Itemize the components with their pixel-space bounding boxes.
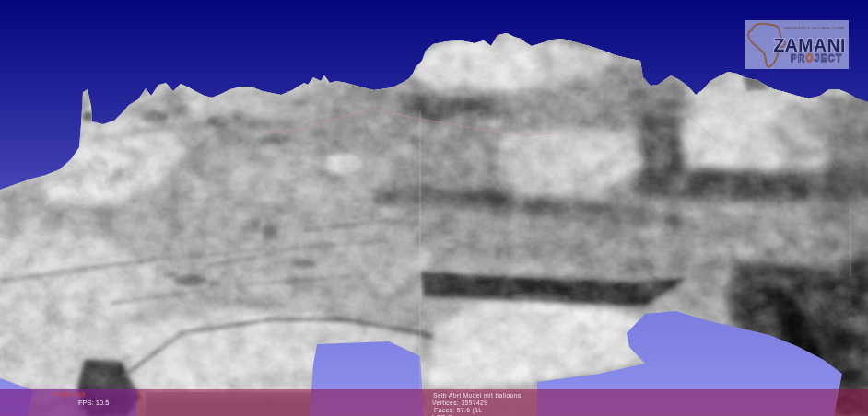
svg-text:✛ UNK 6:24: ✛ UNK 6:24 [53,391,86,398]
svg-text:PROJECT: PROJECT [791,53,842,64]
svg-text:FPS: 10.5: FPS: 10.5 [78,399,109,407]
svg-text:Seib Abri Model mit balloons: Seib Abri Model mit balloons [433,392,522,399]
svg-text:O: O [806,53,814,64]
svg-text:Faces: 57.6 (1L: Faces: 57.6 (1L [434,407,482,414]
svg-text:UNIVERSITY OF CAPE TOWN: UNIVERSITY OF CAPE TOWN [784,26,845,30]
svg-text:Vertices: 3597429: Vertices: 3597429 [432,399,487,406]
